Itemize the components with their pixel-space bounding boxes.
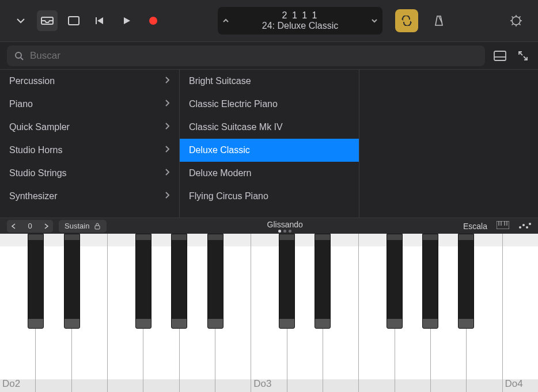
preset-label: Classic Suitcase Mk IV [189, 122, 283, 132]
svg-line-10 [519, 17, 520, 18]
sound-browser: PercussionPianoQuick SamplerStudio Horns… [0, 69, 538, 218]
play-icon [122, 16, 131, 25]
preset-label: Deluxe Modern [189, 168, 252, 178]
black-key[interactable] [458, 234, 474, 329]
category-item[interactable]: Piano [0, 93, 179, 116]
black-key[interactable] [387, 234, 403, 329]
search-icon [14, 51, 24, 61]
chevron-right-icon [164, 122, 170, 132]
category-item[interactable]: Synthesizer [0, 185, 179, 208]
black-key[interactable] [279, 234, 295, 329]
view-mode-button[interactable] [492, 48, 508, 64]
black-key[interactable] [171, 234, 187, 329]
scale-button[interactable]: Escala [463, 222, 487, 231]
svg-point-3 [512, 17, 520, 25]
chevron-left-icon [11, 223, 17, 229]
menu-dropdown-button[interactable] [10, 10, 31, 31]
category-list: PercussionPianoQuick SamplerStudio Horns… [0, 70, 180, 218]
note-label: Do4 [505, 378, 523, 390]
chevron-down-icon [16, 16, 26, 26]
black-key[interactable] [207, 234, 223, 329]
preset-item[interactable]: Classic Electric Piano [180, 93, 359, 116]
preset-item[interactable]: Deluxe Classic [180, 139, 359, 162]
settings-button[interactable] [505, 9, 528, 32]
library-button[interactable] [37, 10, 58, 31]
svg-line-9 [519, 24, 520, 25]
chevron-right-icon [164, 76, 170, 86]
piano-keyboard: Do2Do3Do4 [0, 234, 538, 392]
preset-label: Bright Suitcase [189, 76, 251, 86]
record-icon [148, 16, 158, 26]
search-bar [0, 41, 538, 69]
arpeggio-icon [518, 222, 531, 229]
cycle-icon [400, 16, 413, 26]
top-toolbar: 2 1 1 1 24: Deluxe Classic [0, 0, 538, 41]
svg-point-23 [522, 224, 525, 226]
black-key[interactable] [28, 234, 44, 329]
svg-rect-14 [494, 51, 506, 60]
chevron-right-icon [164, 99, 170, 109]
preset-item[interactable]: Flying Circus Piano [180, 185, 359, 208]
black-key[interactable] [64, 234, 80, 329]
chevron-up-icon [222, 17, 230, 25]
black-key[interactable] [135, 234, 151, 329]
keyboard-mode-label: Glissando [267, 220, 303, 229]
preset-label: Classic Electric Piano [189, 99, 278, 109]
octave-value: 0 [21, 222, 39, 230]
black-key[interactable] [422, 234, 438, 329]
black-key[interactable] [315, 234, 331, 329]
next-patch-button[interactable] [366, 7, 382, 35]
preset-label: Flying Circus Piano [189, 191, 268, 201]
svg-line-8 [512, 17, 513, 18]
cycle-button[interactable] [395, 9, 418, 32]
preset-label: Deluxe Classic [189, 145, 250, 155]
note-label: Do3 [253, 378, 271, 390]
window-button[interactable] [63, 10, 84, 31]
chevron-right-icon [164, 145, 170, 155]
category-label: Studio Horns [9, 145, 63, 155]
chevron-right-icon [43, 223, 49, 229]
prev-patch-button[interactable] [218, 7, 234, 35]
category-label: Quick Sampler [9, 122, 70, 132]
note-label: Do2 [2, 378, 20, 390]
keyboard-icon [497, 221, 509, 229]
category-item[interactable]: Quick Sampler [0, 116, 179, 139]
inbox-icon [41, 16, 54, 26]
metronome-button[interactable] [427, 9, 450, 32]
search-input[interactable] [30, 50, 478, 62]
sustain-control[interactable]: Sustain [59, 220, 107, 233]
search-field-container [7, 45, 485, 66]
category-item[interactable]: Studio Horns [0, 139, 179, 162]
octave-control: 0 [7, 220, 53, 233]
white-key[interactable]: Do4 [503, 234, 538, 392]
preset-item[interactable]: Bright Suitcase [180, 70, 359, 93]
category-label: Piano [9, 99, 33, 109]
window-icon [68, 16, 79, 25]
expand-icon [517, 50, 529, 62]
keyboard-toolbar: 0 Sustain Glissando Escala [0, 218, 538, 234]
metronome-icon [433, 15, 445, 26]
arpeggiator-button[interactable] [518, 222, 531, 231]
panel-icon [494, 51, 506, 61]
play-button[interactable] [116, 10, 137, 31]
lcd-position: 2 1 1 1 [282, 10, 319, 21]
page-dots [278, 230, 291, 233]
svg-point-22 [519, 226, 521, 229]
rewind-button[interactable] [90, 10, 111, 31]
octave-down-button[interactable] [7, 220, 21, 233]
lock-icon [94, 223, 101, 230]
lcd-patch-name: 24: Deluxe Classic [262, 21, 339, 31]
expand-button[interactable] [515, 48, 531, 64]
octave-up-button[interactable] [39, 220, 53, 233]
svg-rect-17 [497, 221, 509, 229]
preset-item[interactable]: Deluxe Modern [180, 162, 359, 185]
category-item[interactable]: Studio Strings [0, 162, 179, 185]
svg-point-2 [149, 17, 157, 25]
record-button[interactable] [143, 10, 164, 31]
category-item[interactable]: Percussion [0, 70, 179, 93]
preset-item[interactable]: Classic Suitcase Mk IV [180, 116, 359, 139]
keyboard-mode-indicator: Glissando [112, 220, 457, 233]
gear-icon [510, 14, 522, 27]
chevron-down-icon [370, 17, 378, 25]
keyboard-view-button[interactable] [497, 221, 509, 231]
